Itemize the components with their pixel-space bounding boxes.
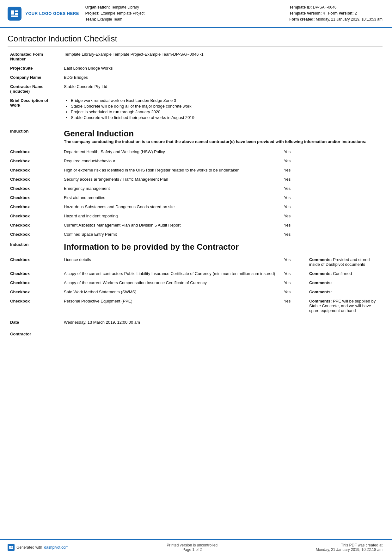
- checkbox-row-conduct: Checkbox Required conduct/behaviour Yes: [8, 156, 383, 165]
- team-label: Team:: [85, 17, 96, 22]
- svg-rect-4: [9, 546, 11, 548]
- doc-title: Contractor Induction Checklist: [8, 34, 383, 47]
- checkbox-label-swms: Checkbox: [8, 287, 61, 296]
- contractor-name-label: Contractor Name (Inductee): [8, 82, 61, 96]
- svg-rect-0: [11, 10, 14, 15]
- version-line: Template Version: 4 Form Version: 2: [289, 10, 383, 16]
- project-line: Project: Example Template Project: [85, 10, 283, 16]
- footer-link[interactable]: dashpivot.com: [44, 545, 68, 550]
- brief-description-label: Brief Description of Work: [8, 96, 61, 123]
- comment-text-public-liability: Confirmed: [333, 271, 352, 276]
- contractor-name-value: Stable Concrete Pty Ltd: [61, 82, 383, 96]
- general-induction-subtext: The company conducting the induction is …: [64, 139, 380, 144]
- template-id-value: DP-SAF-0046: [313, 5, 337, 9]
- checkbox-row-ohs: Checkbox High or extreme risk as identif…: [8, 165, 383, 175]
- checkbox-comment-hazardous: [307, 202, 383, 211]
- organisation-line: Organisation: Template Library: [85, 4, 283, 10]
- checkbox-label-asbestos: Checkbox: [8, 221, 61, 230]
- header-right: Template ID: DP-SAF-0046 Template Versio…: [289, 4, 383, 23]
- sep-row-4: [8, 315, 383, 318]
- footer-pdf-created: This PDF was created at: [316, 543, 383, 547]
- date-value: Wednesday, 13 March 2019, 12:00:00 am: [61, 318, 383, 327]
- footer-logo: [8, 544, 15, 551]
- company-name-label: Company Name: [8, 73, 61, 82]
- page: YOUR LOGO GOES HERE Organisation: Templa…: [0, 0, 392, 555]
- form-created-value: Monday, 21 January 2019, 10:13:53 am: [316, 17, 383, 22]
- form-created-line: Form created: Monday, 21 January 2019, 1…: [289, 16, 383, 22]
- contractor-value: [61, 329, 383, 339]
- checkbox-row-security: Checkbox Security access arrangements / …: [8, 175, 383, 184]
- svg-rect-1: [15, 10, 18, 12]
- svg-rect-5: [11, 546, 13, 547]
- desc-item-0: Bridge work remedial work on East London…: [71, 98, 380, 103]
- footer: Generated with dashpivot.com Printed ver…: [0, 539, 392, 555]
- footer-generated-text: Generated with: [16, 545, 42, 550]
- checkbox-value-hsw: Yes: [281, 147, 307, 156]
- checkbox-value-ppe: Yes: [281, 296, 307, 315]
- svg-rect-2: [15, 13, 18, 15]
- automated-form-number-row: Automated Form Number Template Library-E…: [8, 50, 383, 64]
- checkbox-desc-ohs: High or extreme risk as identified in th…: [61, 165, 281, 175]
- sep-row-1: [8, 123, 383, 126]
- checkbox-label-public-liability: Checkbox: [8, 269, 61, 278]
- desc-item-3: Stable Concrete will be finished their p…: [71, 115, 380, 120]
- template-id-label: Template ID:: [289, 5, 312, 9]
- desc-item-2: Project is scheduled to run through Janu…: [71, 109, 380, 114]
- contractor-section-content: Information to be provided by the Contra…: [61, 239, 383, 253]
- checkbox-label-workers-comp: Checkbox: [8, 278, 61, 287]
- comment-label-workers-comp: Comments:: [309, 280, 332, 285]
- contractor-section-heading-row: Induction Information to be provided by …: [8, 239, 383, 253]
- footer-left: Generated with dashpivot.com: [8, 544, 69, 551]
- checkbox-desc-firstaid: First aid and amenities: [61, 193, 281, 202]
- checkbox-label-licence: Checkbox: [8, 255, 61, 269]
- checkbox-comment-swms: Comments:: [307, 287, 383, 296]
- project-site-value: East London Bridge Works: [61, 64, 383, 73]
- logo-text: YOUR LOGO GOES HERE: [25, 11, 79, 16]
- automated-form-number-value: Template Library-Example Template Projec…: [61, 50, 383, 64]
- brief-description-value: Bridge work remedial work on East London…: [61, 96, 383, 123]
- contractor-section-title: Information to be provided by the Contra…: [64, 242, 380, 252]
- comment-label-ppe: Comments:: [309, 299, 332, 303]
- checkbox-value-emergency: Yes: [281, 184, 307, 193]
- project-site-row: Project/Site East London Bridge Works: [8, 64, 383, 73]
- form-created-label: Form created:: [289, 17, 315, 22]
- checkbox-row-hsw: Checkbox Department Health, Safety and W…: [8, 147, 383, 156]
- company-name-row: Company Name BDG Bridges: [8, 73, 383, 82]
- checkbox-comment-licence: Comments: Provided and stored inside of …: [307, 255, 383, 269]
- general-induction-title: General Induction: [64, 129, 380, 139]
- checkbox-value-hazard-incident: Yes: [281, 211, 307, 221]
- checkbox-desc-conduct: Required conduct/behaviour: [61, 156, 281, 165]
- footer-page: Page 1 of 2: [167, 547, 217, 552]
- checkbox-comment-security: [307, 175, 383, 184]
- checkbox-desc-public-liability: A copy of the current contractors Public…: [61, 269, 281, 278]
- checkbox-desc-security: Security access arrangements / Traffic M…: [61, 175, 281, 184]
- comment-label-swms: Comments:: [309, 290, 332, 294]
- project-site-label: Project/Site: [8, 64, 61, 73]
- checkbox-comment-firstaid: [307, 193, 383, 202]
- contractor-row: Contractor: [8, 329, 383, 339]
- checkbox-row-asbestos: Checkbox Current Asbestos Management Pla…: [8, 221, 383, 230]
- checkbox-label-conduct: Checkbox: [8, 156, 61, 165]
- checkbox-comment-ohs: [307, 165, 383, 175]
- form-table: Automated Form Number Template Library-E…: [8, 50, 383, 339]
- svg-rect-7: [9, 548, 13, 549]
- checkbox-value-workers-comp: Yes: [281, 278, 307, 287]
- checkbox-desc-ppe: Personal Protective Equipment (PPE): [61, 296, 281, 315]
- svg-rect-3: [11, 16, 18, 17]
- induction-label-1: Induction: [8, 126, 61, 145]
- checkbox-comment-workers-comp: Comments:: [307, 278, 383, 287]
- footer-right: This PDF was created at Monday, 21 Janua…: [316, 543, 383, 552]
- checkbox-row-ppe: Checkbox Personal Protective Equipment (…: [8, 296, 383, 315]
- checkbox-row-hazardous: Checkbox Hazardous Substances and Danger…: [8, 202, 383, 211]
- checkbox-label-hsw: Checkbox: [8, 147, 61, 156]
- checkbox-desc-asbestos: Current Asbestos Management Plan and Div…: [61, 221, 281, 230]
- checkbox-label-hazardous: Checkbox: [8, 202, 61, 211]
- checkbox-row-swms: Checkbox Safe Work Method Statements (SW…: [8, 287, 383, 296]
- checkbox-comment-emergency: [307, 184, 383, 193]
- organisation-label: Organisation:: [85, 5, 110, 9]
- footer-center: Printed version is uncontrolled Page 1 o…: [167, 543, 217, 552]
- logo-area: YOUR LOGO GOES HERE: [8, 4, 79, 23]
- checkbox-comment-asbestos: [307, 221, 383, 230]
- checkbox-value-ohs: Yes: [281, 165, 307, 175]
- checkbox-value-public-liability: Yes: [281, 269, 307, 278]
